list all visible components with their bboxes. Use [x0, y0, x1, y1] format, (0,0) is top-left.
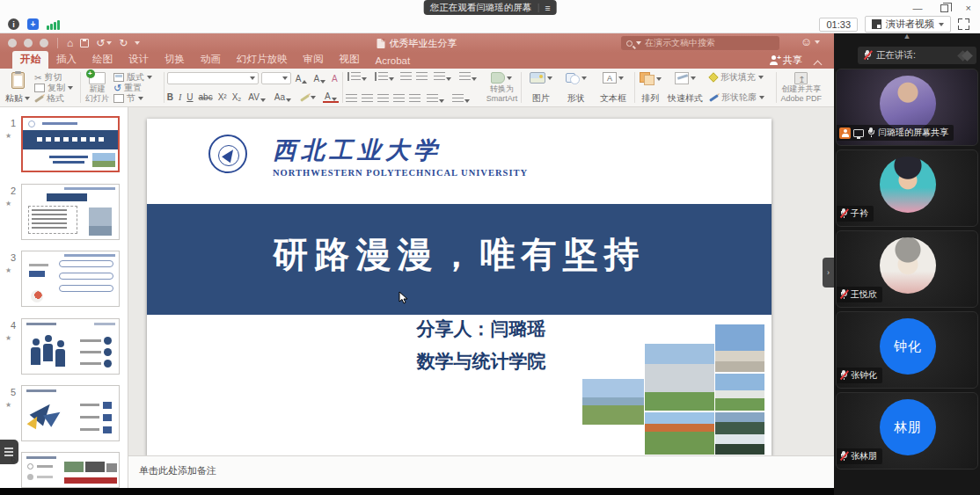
highlight-button[interactable]	[298, 96, 318, 99]
save-button[interactable]	[80, 39, 89, 47]
shapes-button[interactable]: 形状	[564, 71, 589, 104]
traffic-light-minimize[interactable]	[24, 39, 33, 47]
tab-slideshow[interactable]: 幻灯片放映	[229, 51, 296, 69]
participant-tile[interactable]: 子衿	[836, 149, 978, 227]
thumbnail-preview[interactable]	[21, 452, 120, 488]
shape-outline-button[interactable]: 形状轮廓	[709, 92, 764, 103]
thumbnail-slide-2[interactable]: 2 ★	[0, 184, 128, 242]
panel-collapse-button[interactable]: ▲	[834, 33, 980, 40]
shape-fill-button[interactable]: 形状填充	[709, 72, 764, 83]
home-icon[interactable]: ⌂	[67, 38, 73, 48]
distribute-icon[interactable]	[409, 94, 421, 103]
justify-icon[interactable]	[393, 94, 405, 103]
paste-button[interactable]: 粘贴	[4, 71, 32, 104]
font-name-select[interactable]	[167, 72, 259, 84]
tab-animations[interactable]: 动画	[193, 51, 229, 69]
arrange-button[interactable]: 排列	[638, 71, 663, 104]
columns-button[interactable]	[457, 72, 479, 81]
notes-pane[interactable]: 单击此处添加备注	[128, 455, 834, 488]
meeting-sidebar-toggle[interactable]	[0, 440, 18, 464]
thumbnail-slide-5[interactable]: 5 ★	[0, 385, 128, 443]
thumbnail-slide-3[interactable]: 3 ★	[0, 251, 128, 309]
section-icon	[113, 94, 124, 103]
close-button[interactable]: ×	[966, 3, 971, 13]
chevron-down-icon	[286, 98, 291, 102]
text-direction-button[interactable]	[425, 94, 446, 103]
change-case-button[interactable]: Aa	[273, 92, 293, 102]
align-text-button[interactable]	[450, 94, 472, 103]
collapse-ribbon-button[interactable]	[815, 61, 822, 65]
feedback-button[interactable]: ☺	[801, 36, 820, 47]
section-button[interactable]: 节	[113, 93, 152, 104]
traffic-light-zoom[interactable]	[40, 39, 48, 47]
search-input[interactable]: 在演示文稿中搜索	[621, 36, 779, 50]
tab-home[interactable]: 开始	[12, 51, 48, 69]
align-left-icon[interactable]	[346, 94, 357, 103]
bold-button[interactable]: B	[167, 92, 173, 102]
redo-button[interactable]: ↻	[119, 38, 128, 48]
grow-font-button[interactable]: A	[294, 74, 310, 84]
shield-icon[interactable]: +	[27, 18, 39, 30]
smiley-icon: ☺	[801, 36, 812, 47]
slide-canvas[interactable]: 西北工业大学 NORTHWESTERN POLYTECHNICAL UNIVER…	[147, 119, 772, 456]
strikethrough-button[interactable]: abc	[199, 92, 213, 102]
search-scope-caret[interactable]	[636, 41, 641, 45]
numbering-button[interactable]	[373, 72, 396, 81]
font-color-button[interactable]: A	[323, 91, 339, 103]
new-slide-button[interactable]: 新建幻灯片	[84, 71, 111, 104]
participant-tile[interactable]: 王悦欣	[836, 230, 978, 308]
superscript-button[interactable]: X²	[218, 92, 227, 102]
tab-insert[interactable]: 插入	[48, 51, 84, 69]
picture-button[interactable]: 图片	[528, 71, 554, 104]
underline-button[interactable]: U	[186, 92, 193, 102]
decrease-indent-icon[interactable]	[400, 72, 412, 81]
viewer-banner[interactable]: 您正在观看闫璐瑶的屏幕 ≡	[424, 0, 557, 15]
textbox-button[interactable]: A 文本框	[598, 71, 628, 104]
increase-indent-icon[interactable]	[416, 72, 428, 81]
participant-tile[interactable]: 钟化 张钟化	[836, 311, 978, 389]
thumbnail-preview[interactable]	[21, 116, 120, 172]
thumbnail-preview[interactable]	[21, 385, 120, 441]
align-right-icon[interactable]	[377, 94, 389, 103]
avatar	[880, 76, 936, 132]
slide-editor-canvas[interactable]: 西北工业大学 NORTHWESTERN POLYTECHNICAL UNIVER…	[128, 107, 834, 455]
share-button[interactable]: + 共享	[769, 54, 802, 67]
thumbnail-preview[interactable]	[21, 184, 120, 240]
char-spacing-button[interactable]: AV	[246, 92, 267, 102]
clear-format-button[interactable]: A	[330, 74, 340, 84]
thumbnail-slide-1[interactable]: 1 ★	[0, 116, 128, 174]
network-signal-icon[interactable]	[47, 19, 60, 30]
maximize-button[interactable]	[940, 4, 948, 12]
italic-button[interactable]: I	[179, 92, 181, 102]
thumbnail-preview[interactable]	[21, 318, 120, 375]
minimize-button[interactable]: —	[913, 3, 923, 13]
tab-transitions[interactable]: 切换	[157, 51, 193, 69]
create-share-adobe-pdf-button[interactable]: 创建并共享Adobe PDF	[779, 71, 824, 104]
quick-styles-button[interactable]: 快速样式	[666, 71, 705, 104]
thumbnail-slide-4[interactable]: 4 ★	[0, 318, 128, 376]
shrink-font-button[interactable]: A	[311, 74, 327, 84]
tab-draw[interactable]: 绘图	[84, 51, 121, 69]
sidebar-expand-handle[interactable]: ›	[823, 258, 834, 288]
fullscreen-button[interactable]	[958, 18, 969, 30]
info-icon[interactable]: i	[8, 18, 19, 30]
tab-acrobat[interactable]: Acrobat	[368, 54, 419, 69]
traffic-light-close[interactable]	[8, 39, 17, 47]
subscript-button[interactable]: X₂	[232, 92, 242, 102]
font-size-select[interactable]	[261, 72, 291, 84]
tab-design[interactable]: 设计	[121, 51, 157, 69]
participant-tile[interactable]: 林朋 张林朋	[836, 392, 978, 470]
line-spacing-button[interactable]	[432, 72, 453, 81]
banner-menu-icon[interactable]: ≡	[545, 3, 550, 13]
convert-smartart-button[interactable]: 转换为SmartArt	[485, 71, 520, 104]
thumbnail-preview[interactable]	[21, 251, 120, 307]
undo-button[interactable]: ↺	[96, 38, 112, 48]
tab-review[interactable]: 审阅	[296, 51, 332, 69]
align-center-icon[interactable]	[362, 94, 373, 103]
participant-tile-sharing[interactable]: 闫璐瑶的屏幕共享	[836, 69, 978, 146]
view-mode-button[interactable]: 演讲者视频	[865, 16, 951, 33]
bullets-button[interactable]	[346, 72, 369, 81]
tab-view[interactable]: 视图	[332, 51, 368, 69]
toolbar-more-caret[interactable]	[135, 41, 140, 45]
format-painter-button[interactable]: 格式	[34, 93, 73, 104]
